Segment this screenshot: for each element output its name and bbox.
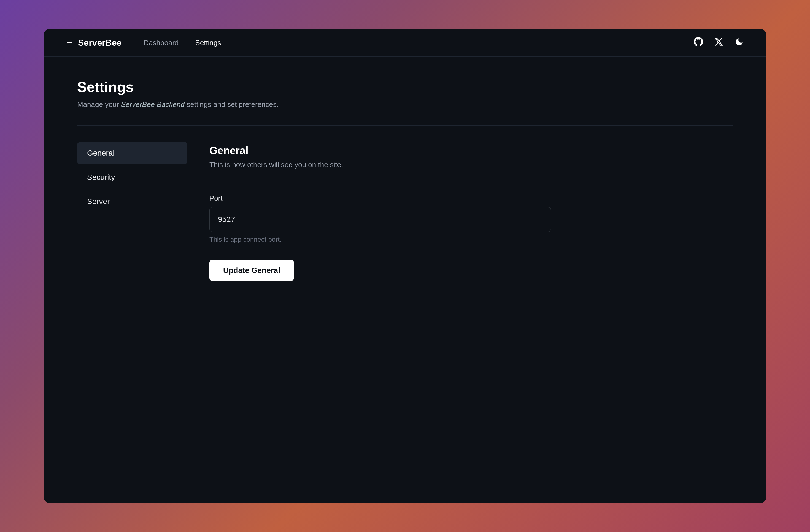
- port-label: Port: [209, 194, 733, 203]
- github-icon[interactable]: [694, 37, 703, 49]
- section-description: This is how others will see you on the s…: [209, 161, 733, 169]
- page-description: Manage your ServerBee Backend settings a…: [77, 100, 733, 109]
- navbar: ☰ ServerBee Dashboard Settings: [44, 29, 766, 57]
- nav-links: Dashboard Settings: [144, 38, 694, 47]
- settings-layout: General Security Server General This is …: [77, 142, 733, 281]
- sidebar-item-general[interactable]: General: [77, 142, 187, 164]
- settings-content: General This is how others will see you …: [209, 142, 733, 281]
- main-content: Settings Manage your ServerBee Backend s…: [44, 57, 766, 503]
- description-suffix: settings and set preferences.: [184, 100, 278, 109]
- sidebar-item-security[interactable]: Security: [77, 166, 187, 188]
- port-hint: This is app connect port.: [209, 236, 733, 244]
- nav-link-dashboard[interactable]: Dashboard: [144, 38, 179, 47]
- nav-actions: [694, 37, 744, 49]
- darkmode-icon[interactable]: [734, 37, 744, 49]
- update-general-button[interactable]: Update General: [209, 260, 294, 281]
- header-divider: [77, 125, 733, 126]
- port-form-group: Port This is app connect port.: [209, 194, 733, 244]
- section-divider: [209, 180, 733, 180]
- app-brand: ServerBee: [78, 38, 122, 48]
- sidebar-item-server[interactable]: Server: [77, 190, 187, 213]
- page-title: Settings: [77, 79, 733, 95]
- settings-sidebar: General Security Server: [77, 142, 187, 281]
- page-header: Settings Manage your ServerBee Backend s…: [77, 79, 733, 109]
- description-brand: ServerBee Backend: [121, 100, 184, 109]
- app-window: ☰ ServerBee Dashboard Settings: [44, 29, 766, 503]
- nav-logo: ☰ ServerBee: [66, 38, 122, 48]
- port-input[interactable]: [209, 207, 551, 232]
- nav-link-settings[interactable]: Settings: [195, 38, 221, 47]
- hamburger-icon[interactable]: ☰: [66, 38, 73, 47]
- twitter-icon[interactable]: [714, 37, 724, 49]
- description-prefix: Manage your: [77, 100, 121, 109]
- section-title: General: [209, 145, 733, 157]
